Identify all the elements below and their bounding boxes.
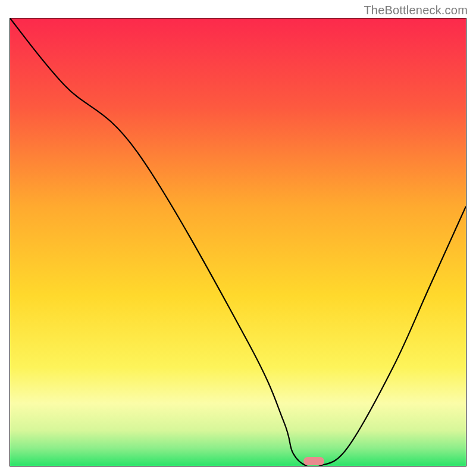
watermark-text: TheBottleneck.com	[364, 4, 468, 17]
plot-area	[10, 18, 466, 466]
curve-layer	[10, 18, 466, 466]
optimum-marker	[303, 457, 324, 465]
bottleneck-curve	[10, 18, 466, 466]
bottleneck-chart: TheBottleneck.com	[0, 0, 476, 476]
